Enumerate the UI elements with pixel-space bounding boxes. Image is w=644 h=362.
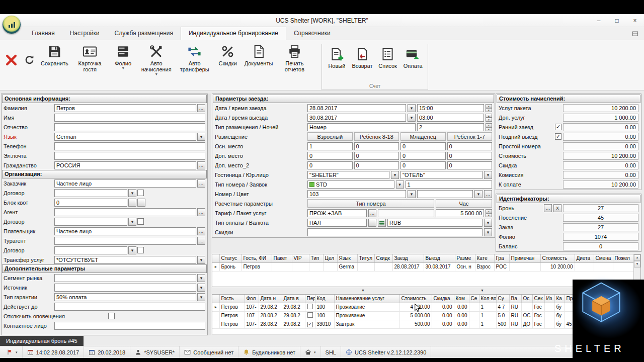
legal-entity-select[interactable]: "ОТЕЛЬ" [400, 171, 482, 179]
field-input[interactable]: *ОТСУТСТВУЕТ [54, 256, 196, 264]
field-input[interactable] [54, 123, 205, 131]
cost-value[interactable]: 10 200.00 [563, 180, 638, 189]
ucs-logo-icon[interactable] [3, 16, 21, 34]
user-status[interactable]: *SYSUSER* [130, 346, 180, 358]
column-header[interactable]: Пожел [613, 254, 633, 262]
cost-value[interactable]: 0.00 [563, 133, 638, 141]
cost-value[interactable]: 10 200.00 [563, 152, 638, 160]
spinner[interactable]: ▴▾ [486, 209, 492, 217]
column-header[interactable]: Тип [309, 254, 323, 262]
beds-cell[interactable]: 0 [400, 152, 446, 160]
currency-select[interactable]: RUB [387, 219, 482, 227]
dropdown-button[interactable]: ▾ [408, 104, 416, 112]
print-reports-button[interactable]: Печать отчетов [276, 43, 313, 74]
cancel-button[interactable] [2, 49, 20, 71]
package-input[interactable] [378, 209, 434, 217]
column-header[interactable]: Сек [532, 295, 544, 303]
cost-value[interactable]: 10 200.00 [563, 104, 638, 112]
column-header[interactable]: Кате [475, 254, 494, 262]
ribbon-tab-4[interactable]: Справочники [286, 27, 338, 40]
column-header[interactable]: Су [496, 295, 509, 303]
discounts-button[interactable]: Скидки [214, 43, 242, 68]
cost-value[interactable]: 1 000.00 [563, 114, 638, 122]
field-input[interactable] [54, 237, 196, 245]
ribbon-tab-1[interactable]: Настройки [62, 27, 107, 40]
scroll-up-icon[interactable]: ▲ [634, 254, 640, 261]
dropdown-button[interactable]: ▾ [197, 284, 205, 292]
ribbon-toggle-icon[interactable] [631, 30, 639, 38]
checkbox[interactable]: ✓ [555, 124, 561, 130]
dropdown-button[interactable]: ▾ [197, 274, 205, 282]
dropdown-button[interactable]: ▾ [128, 189, 136, 197]
panel-splitter[interactable] [208, 94, 211, 335]
dropdown-button[interactable]: ▾ [128, 246, 136, 254]
field-input[interactable]: Частное лицо [54, 179, 196, 188]
ribbon-tab-3[interactable]: Индивидуальное бронирование [181, 27, 286, 40]
home-status[interactable]: ▾ [300, 346, 321, 358]
room-color-select[interactable] [417, 190, 473, 198]
bell-status[interactable]: Будильников нет [238, 346, 300, 358]
ellipsis-button[interactable]: … [197, 179, 205, 188]
field-input[interactable] [54, 322, 205, 330]
departure-date-select[interactable]: 30.08.2017 [307, 114, 406, 122]
close-button[interactable]: × [626, 14, 644, 27]
dropdown-button[interactable]: ▾ [391, 171, 399, 179]
column-header[interactable]: Гость, ФИ [242, 254, 272, 262]
refund-button[interactable]: Возврат [350, 45, 374, 70]
field-input[interactable] [54, 284, 196, 292]
column-header[interactable]: Стоимость [399, 295, 432, 303]
field-input[interactable]: Частное лицо [54, 227, 196, 235]
row-checkbox[interactable]: ✓ [307, 322, 313, 327]
beds-cell[interactable]: 0 [447, 142, 493, 150]
cost-value[interactable]: 0.00 [563, 161, 638, 169]
beds-cell[interactable]: 0 [354, 142, 399, 150]
spinner[interactable]: ▴▾ [486, 114, 492, 122]
globe-status[interactable]: UCS Shelter v.2.12.122.2390 [341, 346, 431, 358]
refresh-button[interactable] [20, 49, 38, 71]
beds-cell[interactable]: 0 [307, 152, 353, 160]
column-header[interactable]: Стоимость [540, 254, 575, 262]
column-header[interactable]: Примечан [509, 254, 540, 262]
ellipsis-button[interactable]: … [197, 208, 205, 216]
new-invoice-button[interactable]: Новый [325, 45, 349, 70]
checkbox[interactable] [137, 190, 144, 196]
id-value[interactable]: 0 [563, 242, 638, 250]
ribbon-tab-2[interactable]: Служба размещения [107, 27, 181, 40]
column-header[interactable]: Ос [521, 295, 532, 303]
id-button[interactable]: … [544, 204, 552, 212]
auto-transfers-button[interactable]: Авто трансферы [176, 43, 213, 74]
ellipsis-button[interactable]: … [368, 219, 376, 227]
calendar-status[interactable]: 20.02.2018 [84, 346, 130, 358]
beds-cell[interactable]: 1 [307, 142, 353, 150]
field-input[interactable]: 0 [54, 199, 127, 207]
ribbon-tab-0[interactable]: Главная [24, 27, 62, 40]
cost-value[interactable]: 0.00 [563, 171, 638, 179]
column-header[interactable]: Разме [455, 254, 475, 262]
column-header[interactable]: Цел [323, 254, 337, 262]
field-input[interactable] [54, 303, 205, 311]
field-input[interactable] [54, 208, 196, 216]
column-header[interactable]: Дата н [259, 295, 282, 303]
column-header[interactable]: Код [315, 295, 334, 303]
column-header[interactable]: Гость [219, 295, 245, 303]
column-header[interactable]: Кол-во [479, 295, 496, 303]
dropdown-button[interactable]: ▾ [197, 133, 205, 141]
column-header[interactable]: Се [469, 295, 479, 303]
id-value[interactable]: 45 [563, 214, 638, 222]
payment-button[interactable]: Оплата [401, 45, 425, 70]
tariff-price-input[interactable]: 5 500.00 [436, 209, 484, 217]
scroll-down-icon[interactable]: ▼ [634, 261, 640, 267]
departure-time-input[interactable]: 03:00 [417, 114, 484, 122]
payment-card-button[interactable] [378, 219, 386, 227]
nights-input[interactable]: 2 [417, 123, 484, 131]
beds-cell[interactable]: 0 [400, 142, 446, 150]
clock-status[interactable]: 14:02 28.08.2017 [23, 346, 85, 358]
placement-type-input[interactable]: Номер [307, 123, 416, 131]
payment-type-input[interactable]: НАЛ [307, 219, 367, 227]
column-header[interactable]: Язык [337, 254, 357, 262]
id-value[interactable]: 27 [563, 223, 638, 231]
dropdown-button[interactable]: ▾ [128, 218, 136, 226]
column-header[interactable]: Наименование услуг [334, 295, 399, 303]
dropdown-button[interactable]: ▾ [396, 180, 404, 189]
checkbox[interactable] [137, 218, 144, 225]
